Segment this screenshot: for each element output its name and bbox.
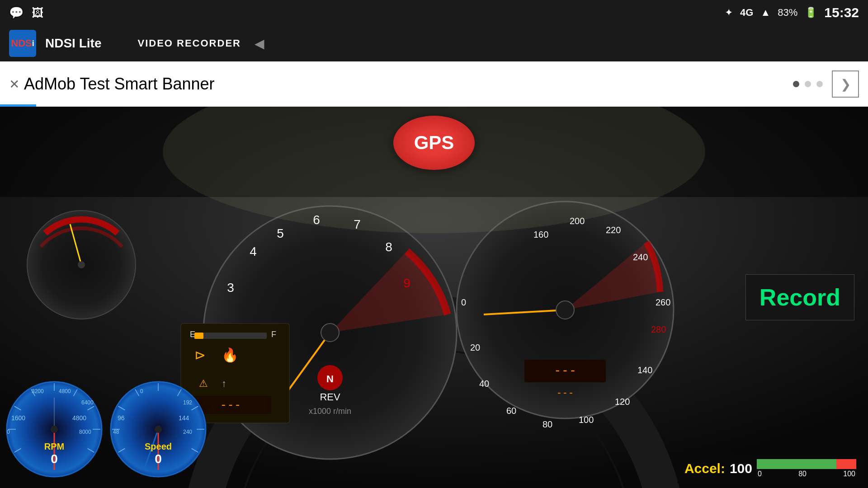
svg-text:160: 160	[533, 230, 548, 239]
svg-text:120: 120	[615, 397, 630, 407]
signal-icon: ▲	[760, 7, 770, 19]
svg-text:5: 5	[277, 226, 284, 240]
bluetooth-icon: ✦	[725, 7, 733, 19]
speed-gauge-svg: Speed 0 96 144 48 192 0 240	[108, 380, 208, 479]
whatsapp-icon: 💬	[9, 6, 24, 20]
battery-icon: 🔋	[805, 7, 817, 19]
svg-text:Speed: Speed	[145, 441, 172, 451]
rpm-gauge-svg: RPM 0 1600 4800 0 6400 3200 4800 8000	[5, 380, 104, 479]
svg-text:---: ---	[556, 387, 574, 398]
rpm-gauge: RPM 0 1600 4800 0 6400 3200 4800 8000	[5, 380, 104, 479]
svg-point-49	[556, 301, 574, 319]
accel-bar-100: 100	[843, 470, 855, 478]
accel-bar-min: 0	[758, 470, 762, 478]
svg-rect-25	[194, 333, 203, 339]
accel-green-fill	[757, 459, 836, 469]
svg-text:96: 96	[118, 414, 125, 422]
svg-text:---: ---	[554, 363, 577, 378]
svg-text:8: 8	[385, 240, 392, 254]
svg-text:192: 192	[183, 399, 192, 406]
svg-text:🔥: 🔥	[222, 347, 239, 363]
svg-text:0: 0	[7, 429, 10, 435]
svg-text:140: 140	[637, 365, 652, 375]
svg-text:1600: 1600	[11, 414, 25, 422]
record-label: Record	[760, 284, 840, 310]
svg-text:6400: 6400	[81, 399, 94, 406]
app-title: NDSI Lite	[45, 36, 101, 51]
accel-red-fill	[836, 459, 856, 469]
svg-text:0: 0	[140, 388, 143, 394]
ad-dots	[793, 81, 823, 87]
svg-point-5	[78, 261, 85, 268]
svg-text:REV: REV	[320, 391, 340, 403]
accel-bar: Accel: 100 0 80 100	[677, 454, 863, 483]
status-right-info: ✦ 4G ▲ 83% 🔋 15:32	[725, 5, 859, 20]
svg-text:F: F	[271, 330, 276, 339]
svg-text:20: 20	[470, 343, 480, 352]
clock: 15:32	[824, 5, 859, 20]
accel-bar-labels: 0 80 100	[757, 470, 856, 478]
section-title: VIDEO RECORDER	[137, 38, 241, 49]
svg-text:↑: ↑	[222, 378, 226, 389]
svg-text:260: 260	[656, 297, 670, 307]
svg-text:3200: 3200	[32, 388, 44, 394]
svg-text:RPM: RPM	[44, 441, 64, 451]
record-button[interactable]: Record	[745, 274, 854, 320]
svg-text:⊳: ⊳	[194, 347, 206, 362]
ad-progress-bar	[0, 104, 36, 107]
svg-text:80: 80	[542, 419, 552, 429]
status-left-icons: 💬 🖼	[9, 6, 43, 20]
ad-dot-2	[805, 81, 811, 87]
ad-dot-1	[793, 81, 799, 87]
camera-view: 5 6 7 8 9 4 3 2 1 REV x1000 r/min N E F …	[0, 107, 868, 488]
ad-next-button[interactable]: ❯	[832, 70, 859, 98]
status-bar: 💬 🖼 ✦ 4G ▲ 83% 🔋 15:32	[0, 0, 868, 25]
svg-text:0: 0	[155, 452, 162, 466]
svg-text:8000: 8000	[79, 429, 91, 435]
network-type: 4G	[740, 7, 753, 19]
svg-text:60: 60	[506, 406, 516, 416]
svg-text:N: N	[326, 373, 334, 385]
gps-label: GPS	[414, 132, 454, 154]
app-header: NDS i NDSI Lite VIDEO RECORDER ◀	[0, 25, 868, 61]
obd-gauges: RPM 0 1600 4800 0 6400 3200 4800 8000	[5, 380, 208, 479]
accel-bar-track	[757, 459, 856, 469]
svg-point-67	[51, 426, 58, 433]
nav-chevron-icon: ◀	[255, 36, 264, 51]
svg-point-89	[155, 426, 162, 433]
ad-close-button[interactable]: ✕	[9, 77, 19, 92]
logo-i: i	[32, 39, 34, 48]
svg-text:0: 0	[461, 297, 466, 307]
speed-gauge: Speed 0 96 144 48 192 0 240	[108, 380, 208, 479]
svg-text:4: 4	[250, 244, 257, 258]
svg-text:4800: 4800	[59, 388, 71, 394]
svg-point-19	[321, 324, 339, 342]
svg-text:240: 240	[183, 429, 192, 435]
gallery-icon: 🖼	[32, 6, 43, 20]
svg-rect-24	[194, 333, 267, 339]
svg-text:---: ---	[220, 398, 241, 411]
accel-bar-container: 0 80 100	[757, 459, 856, 478]
gps-button[interactable]: GPS	[393, 116, 475, 170]
svg-text:3: 3	[227, 281, 234, 295]
logo-nds: NDS	[11, 38, 32, 49]
accel-label: Accel:	[684, 461, 725, 476]
accel-row: Accel: 100 0 80 100	[684, 459, 856, 478]
battery-percent: 83%	[778, 7, 797, 19]
svg-text:x1000 r/min: x1000 r/min	[309, 407, 351, 416]
svg-text:4800: 4800	[72, 414, 86, 422]
svg-text:48: 48	[113, 429, 119, 435]
ad-dot-3	[816, 81, 823, 87]
svg-text:100: 100	[579, 415, 594, 425]
app-logo: NDS i	[9, 30, 36, 57]
accel-value: 100	[730, 461, 752, 476]
svg-text:9: 9	[403, 276, 410, 290]
svg-text:280: 280	[651, 324, 666, 334]
accel-bar-80: 80	[798, 470, 807, 478]
ad-text: AdMob Test Smart Banner	[24, 75, 793, 94]
ad-banner: ✕ AdMob Test Smart Banner ❯	[0, 61, 868, 107]
svg-text:40: 40	[479, 379, 489, 389]
svg-text:220: 220	[606, 225, 621, 235]
svg-text:0: 0	[51, 452, 58, 466]
svg-text:240: 240	[633, 252, 648, 262]
